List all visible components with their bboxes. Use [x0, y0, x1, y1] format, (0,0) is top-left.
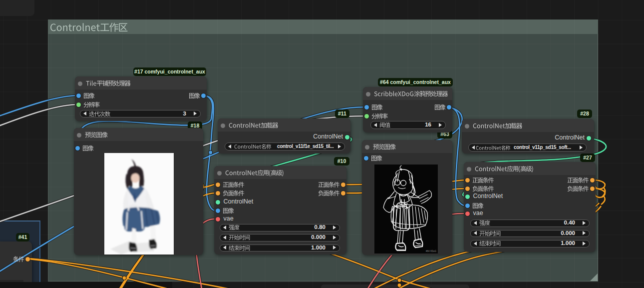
svg-text:#64 XDoG: #64 XDoG: [426, 250, 437, 252]
